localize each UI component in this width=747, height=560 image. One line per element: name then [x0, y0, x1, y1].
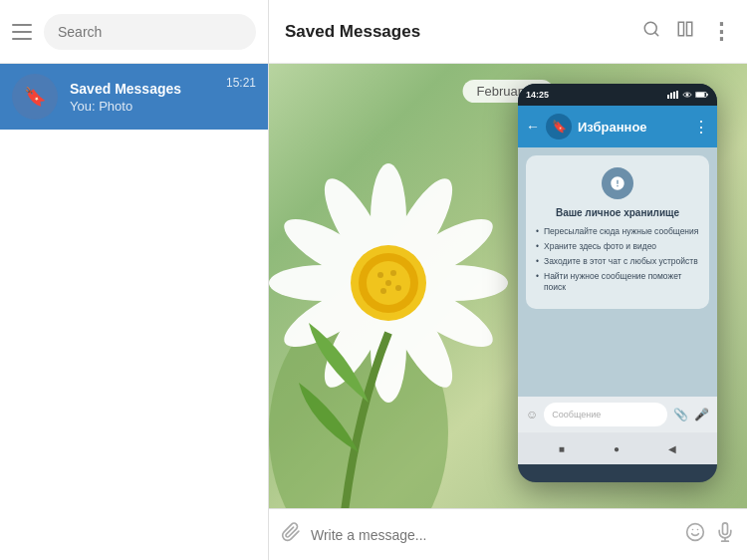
search-input[interactable]	[44, 14, 256, 50]
phone-emoji-icon[interactable]: ☺	[526, 408, 538, 421]
svg-rect-27	[673, 92, 675, 99]
phone-chat-title: Избранное	[578, 120, 687, 135]
columns-icon[interactable]	[676, 20, 694, 43]
phone-attach-icon[interactable]: 📎	[673, 408, 688, 421]
svg-point-22	[395, 285, 401, 291]
svg-rect-2	[678, 22, 683, 36]
svg-point-23	[380, 288, 386, 294]
svg-rect-3	[687, 22, 692, 36]
svg-rect-25	[667, 95, 669, 99]
phone-nav: ■ ● ◀	[518, 432, 717, 464]
message-input-area	[269, 508, 747, 560]
phone-header: ← 🔖 Избранное ⋮	[518, 106, 717, 147]
phone-body: Ваше личное хранилище Пересылайте сюда н…	[518, 147, 717, 397]
phone-time: 14:25	[526, 90, 549, 100]
phone-back-btn[interactable]: ◀	[668, 443, 676, 454]
phone-mockup: 14:25 ← 🔖 Избранное ⋮	[518, 84, 717, 482]
svg-rect-28	[676, 91, 678, 99]
svg-point-33	[687, 524, 704, 541]
app-container: 🔖 Saved Messages You: Photo 15:21 Saved …	[0, 0, 747, 560]
chat-area: February 3 14:25 ← 🔖	[269, 64, 747, 508]
phone-status-icons	[667, 91, 709, 99]
svg-rect-26	[670, 93, 672, 99]
svg-rect-32	[696, 93, 705, 97]
list-item[interactable]: 🔖 Saved Messages You: Photo 15:21	[0, 64, 268, 130]
phone-message-input[interactable]: Сообщение	[544, 403, 667, 426]
attach-icon[interactable]	[281, 522, 301, 547]
svg-line-1	[654, 32, 657, 35]
chat-list: 🔖 Saved Messages You: Photo 15:21	[0, 64, 268, 560]
chat-name: Saved Messages	[70, 81, 220, 97]
phone-item-4: Найти нужное сообщение поможет поиск	[536, 271, 699, 293]
phone-input-area: ☺ Сообщение 📎 🎤	[518, 397, 717, 432]
chat-preview: You: Photo	[70, 99, 220, 114]
phone-item-2: Храните здесь фото и видео	[536, 241, 699, 252]
phone-item-1: Пересылайте сюда нужные сообщения	[536, 226, 699, 237]
search-icon[interactable]	[642, 20, 660, 43]
more-icon[interactable]: ⋮	[710, 19, 731, 45]
phone-welcome-icon	[602, 167, 633, 199]
bookmark-icon: 🔖	[24, 86, 46, 108]
mic-icon[interactable]	[715, 522, 735, 547]
phone-mic-icon[interactable]: 🎤	[694, 408, 709, 421]
hamburger-icon[interactable]	[12, 24, 32, 40]
svg-point-21	[390, 270, 396, 276]
phone-status-bar: 14:25	[518, 84, 717, 106]
phone-stop-btn[interactable]: ■	[559, 443, 565, 454]
phone-welcome-card: Ваше личное хранилище Пересылайте сюда н…	[526, 155, 709, 309]
chat-header: Saved Messages ⋮	[269, 0, 747, 64]
phone-home-btn[interactable]: ●	[614, 443, 620, 454]
svg-point-29	[686, 94, 689, 97]
chat-time: 15:21	[226, 76, 256, 90]
phone-more-icon[interactable]: ⋮	[693, 118, 709, 137]
svg-rect-31	[706, 94, 707, 97]
chat-info: Saved Messages You: Photo	[70, 81, 220, 114]
sidebar: 🔖 Saved Messages You: Photo 15:21	[0, 0, 269, 560]
sidebar-header	[0, 0, 268, 64]
svg-point-20	[377, 272, 383, 278]
avatar: 🔖	[12, 74, 58, 120]
header-icons: ⋮	[642, 19, 731, 45]
phone-welcome-title: Ваше личное хранилище	[536, 207, 699, 218]
phone-avatar: 🔖	[546, 114, 572, 140]
main-panel: Saved Messages ⋮	[269, 0, 747, 560]
phone-bookmark-icon: 🔖	[552, 120, 567, 134]
emoji-icon[interactable]	[685, 522, 705, 547]
phone-back-button[interactable]: ←	[526, 119, 540, 135]
message-input[interactable]	[311, 527, 675, 543]
chat-title: Saved Messages	[285, 22, 420, 42]
svg-point-24	[385, 280, 391, 286]
phone-item-3: Заходите в этот чат с любых устройств	[536, 256, 699, 267]
